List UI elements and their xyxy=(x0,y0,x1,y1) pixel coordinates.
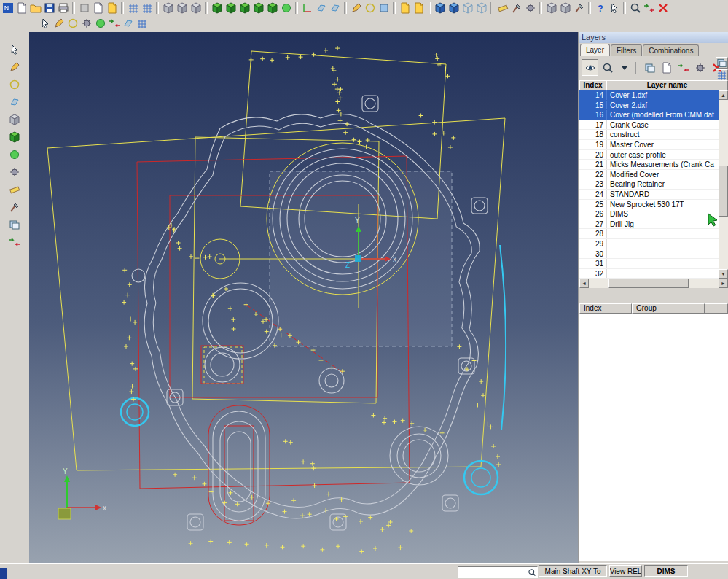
open-file-icon[interactable] xyxy=(28,1,42,15)
scroll-left-arrow-icon[interactable]: ◄ xyxy=(579,279,589,288)
layer-row[interactable]: 24STANDARD xyxy=(579,190,719,200)
circle-tool-icon[interactable] xyxy=(363,1,377,15)
layer-table-vertical-scrollbar[interactable]: ▲ ▼ xyxy=(719,90,728,279)
axis-icon[interactable] xyxy=(300,1,314,15)
layer-header-name[interactable]: Layer name xyxy=(606,80,728,90)
search-input[interactable] xyxy=(458,567,526,578)
tab-layer[interactable]: Layer xyxy=(580,44,610,56)
gear-tool-icon[interactable] xyxy=(79,17,93,31)
swap-icon[interactable] xyxy=(642,1,656,15)
search-icon[interactable] xyxy=(526,567,537,578)
tab-filters[interactable]: Filters xyxy=(611,44,642,56)
plane-tool-icon[interactable] xyxy=(5,93,24,111)
view-side-icon[interactable] xyxy=(175,1,189,15)
viewport[interactable]: Y x Z Y x xyxy=(29,32,578,563)
panel-extra-list-icon[interactable] xyxy=(716,57,728,69)
render-view-icon[interactable] xyxy=(447,1,461,15)
gear2-tool-icon[interactable] xyxy=(5,163,24,181)
layer-row[interactable]: 15Cover 2.dxf xyxy=(579,101,719,111)
save-icon[interactable] xyxy=(42,1,56,15)
shade-view-icon[interactable] xyxy=(433,1,447,15)
layer-row[interactable]: 29 xyxy=(579,239,719,249)
select-tool-icon[interactable] xyxy=(5,41,24,58)
sketch-icon[interactable] xyxy=(349,1,363,15)
swap2-icon[interactable] xyxy=(107,17,121,31)
new-file-icon[interactable] xyxy=(15,1,28,15)
view-front-icon[interactable] xyxy=(161,1,175,15)
draw-tool-icon[interactable] xyxy=(5,58,24,76)
solid-cylinder-icon[interactable] xyxy=(224,1,238,15)
compass-tool-icon[interactable] xyxy=(5,76,24,93)
solid-box-icon[interactable] xyxy=(210,1,224,15)
ruler-tool-icon[interactable] xyxy=(5,181,24,198)
box-tool-icon[interactable] xyxy=(5,111,24,128)
zoom-tool-icon[interactable] xyxy=(628,1,642,15)
zoom-dropdown-caret-icon[interactable] xyxy=(617,60,632,75)
import-dxf-icon[interactable] xyxy=(398,1,412,15)
sketch2-icon[interactable] xyxy=(52,17,66,31)
sphere2-tool-icon[interactable] xyxy=(5,146,24,163)
cad-viewport-canvas[interactable]: Y x Z Y x xyxy=(29,32,578,563)
layer-row[interactable]: 22Modified Cover xyxy=(579,170,719,180)
layer-table-horizontal-scrollbar[interactable]: ◄ ► xyxy=(579,279,728,288)
view-iso-icon[interactable] xyxy=(189,1,203,15)
layer-row[interactable]: 18construct xyxy=(579,130,719,140)
scroll-up-arrow-icon[interactable]: ▲ xyxy=(719,90,728,100)
layer-row[interactable]: 28 xyxy=(579,229,719,239)
layer-visibility-icon[interactable] xyxy=(582,59,598,76)
layer-row[interactable]: 25New Sprocket 530 17T xyxy=(579,200,719,210)
panel-extra-grid-icon[interactable] xyxy=(716,69,728,81)
group-header-index[interactable]: Index xyxy=(579,303,632,314)
export-dxf-icon[interactable] xyxy=(412,1,426,15)
section-icon[interactable] xyxy=(558,1,572,15)
group-table-body[interactable] xyxy=(579,314,728,561)
layer-row[interactable]: 31 xyxy=(579,259,719,269)
scroll-right-arrow-icon[interactable]: ► xyxy=(719,279,728,288)
layers-panel-title[interactable]: Layers xyxy=(579,32,728,43)
settings-icon[interactable] xyxy=(523,1,537,15)
help-icon[interactable]: ? xyxy=(593,1,607,15)
workplane-status-field[interactable]: Main Shaft XY To xyxy=(539,565,607,577)
cut-icon[interactable] xyxy=(77,1,91,15)
new-layer-icon[interactable] xyxy=(642,60,657,75)
pointer-tool-icon[interactable] xyxy=(38,17,52,31)
solid-tool-icon[interactable] xyxy=(5,128,24,146)
delete-icon[interactable] xyxy=(656,1,670,15)
layer-row[interactable]: 26DIMS xyxy=(579,209,719,219)
paste-icon[interactable] xyxy=(105,1,119,15)
copy-layer-icon[interactable] xyxy=(659,60,674,75)
layer-row[interactable]: 20outer case profile xyxy=(579,150,719,160)
print-icon[interactable] xyxy=(56,1,70,15)
layer-header-index[interactable]: Index xyxy=(579,80,606,90)
layer-row[interactable]: 16Cover (modelled From CMM dat xyxy=(579,110,719,120)
grid-icon[interactable] xyxy=(126,1,140,15)
grid2-icon[interactable] xyxy=(135,17,149,31)
modify-icon[interactable] xyxy=(509,1,523,15)
app-icon[interactable] xyxy=(1,1,15,15)
layer-settings-icon[interactable] xyxy=(692,60,708,75)
plane-icon[interactable] xyxy=(314,1,328,15)
layers-tool-icon[interactable] xyxy=(5,216,24,233)
layer-row[interactable]: 21Micks Measurements (Crank Ca xyxy=(579,160,719,170)
layer-row[interactable]: 23Bearing Retainer xyxy=(579,179,719,190)
wireframe-view-icon[interactable] xyxy=(461,1,474,15)
view-rel-button[interactable]: View REL xyxy=(609,565,642,577)
workplane-icon[interactable] xyxy=(328,1,342,15)
sphere-tool-icon[interactable] xyxy=(93,17,107,31)
plane2-icon[interactable] xyxy=(121,17,135,31)
solid-sphere-icon[interactable] xyxy=(279,1,293,15)
hscroll-thumb[interactable] xyxy=(608,279,689,288)
search-box[interactable] xyxy=(458,566,538,578)
select-mode-icon[interactable] xyxy=(607,1,621,15)
boolean-union-icon[interactable] xyxy=(265,1,279,15)
arc-tool-icon[interactable] xyxy=(66,17,79,31)
layer-row[interactable]: 17Crank Case xyxy=(579,120,719,131)
snap-grid-icon[interactable] xyxy=(140,1,154,15)
scroll-down-arrow-icon[interactable]: ▼ xyxy=(719,269,728,279)
dims-status-field[interactable]: DIMS xyxy=(644,565,688,577)
solid-cone-icon[interactable] xyxy=(238,1,251,15)
layer-row[interactable]: 32 xyxy=(579,269,719,279)
hidden-line-icon[interactable] xyxy=(474,1,488,15)
repair-icon[interactable] xyxy=(572,1,586,15)
nav-arrows-icon[interactable] xyxy=(5,233,24,251)
